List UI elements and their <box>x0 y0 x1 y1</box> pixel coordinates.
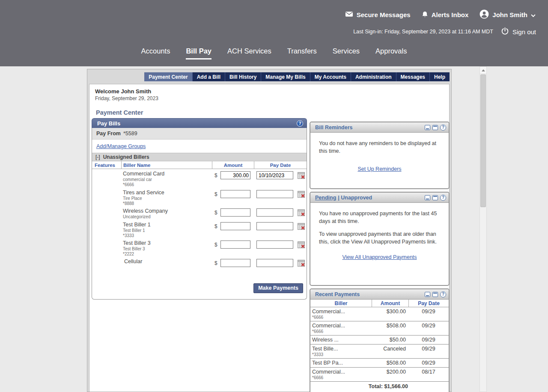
biller-account: *8888 <box>123 201 212 206</box>
biller-name: Test Biller 3 <box>123 240 212 246</box>
help-icon[interactable]: ? <box>440 291 446 297</box>
billpay-module: Payment Center Add a Bill Bill History M… <box>87 69 452 392</box>
scrollbar-thumb[interactable] <box>480 74 486 207</box>
paydate-input[interactable] <box>256 190 293 198</box>
power-icon <box>501 27 509 36</box>
page-scrollbar[interactable] <box>480 66 487 392</box>
recent-payment-row: Commercial...*6666 $200.00 08/17 <box>310 368 449 382</box>
biller-subtitle: Test Biller 3 <box>123 246 212 252</box>
nav-approvals[interactable]: Approvals <box>375 47 407 59</box>
nav-transfers[interactable]: Transfers <box>287 47 317 59</box>
recent-payments-header: Recent Payments ? <box>310 289 449 300</box>
biller-row: Cellular $ <box>92 257 307 270</box>
paydate-input[interactable] <box>256 171 293 179</box>
minimize-icon[interactable] <box>425 125 430 130</box>
last-signin-text: Last Sign-in: Friday, September 29, 2023… <box>353 29 493 35</box>
arrow-up-icon <box>482 69 485 71</box>
amount-input[interactable] <box>220 171 250 179</box>
amount-input[interactable] <box>220 259 250 267</box>
set-up-reminders-link[interactable]: Set Up Reminders <box>357 166 401 172</box>
group-label: Unassigned Billers <box>103 154 149 160</box>
biller-row: Tires and ServiceTire Place*8888 $ <box>92 188 307 206</box>
bill-reminders-title: Bill Reminders <box>315 125 425 131</box>
sign-out-button[interactable]: Sign out <box>501 27 536 36</box>
pay-bills-panel: Pay Bills ? Pay From*5589 Add/Manage Gro… <box>92 118 307 300</box>
paydate-input[interactable] <box>256 222 293 230</box>
help-icon[interactable]: ? <box>297 120 303 127</box>
biller-row: Wireless CompanyUncategorized $ <box>92 206 307 220</box>
payment-amount: Canceled <box>372 346 408 352</box>
col-biller-name: Biller Name <box>121 161 212 169</box>
pending-link[interactable]: Pending <box>315 195 336 201</box>
view-all-unapproved-link[interactable]: View All Unapproved Payments <box>342 254 417 260</box>
amount-input[interactable] <box>220 222 250 230</box>
maximize-icon[interactable] <box>432 125 438 130</box>
calendar-icon[interactable] <box>298 223 305 230</box>
biller-name: Commercial Card <box>123 171 212 177</box>
calendar-icon[interactable] <box>298 241 305 248</box>
help-icon[interactable]: ? <box>440 195 446 201</box>
pending-message-2: To view unapproved payments that are old… <box>319 230 440 246</box>
tab-add-a-bill[interactable]: Add a Bill <box>193 72 225 81</box>
nav-bill-pay[interactable]: Bill Pay <box>186 47 211 59</box>
biller-row: Test Biller 3Test Biller 3*2222 $ <box>92 238 307 257</box>
reminders-message: You do not have any reminders to be disp… <box>319 140 440 155</box>
payment-account: *3333 <box>312 352 372 357</box>
secure-messages-button[interactable]: Secure Messages <box>345 11 411 18</box>
collapse-toggle[interactable]: [-] <box>95 154 100 160</box>
tab-messages[interactable]: Messages <box>396 72 430 81</box>
currency-symbol: $ <box>214 210 217 216</box>
pending-message-1: You have no unapproved payments for the … <box>319 210 440 225</box>
minimize-icon[interactable] <box>425 195 430 200</box>
currency-symbol: $ <box>214 242 217 248</box>
paydate-input[interactable] <box>256 208 293 217</box>
biller-name: Tires and Service <box>123 190 212 196</box>
recent-table-header: Biller Amount Pay Date <box>310 300 449 307</box>
nav-ach-services[interactable]: ACH Services <box>227 47 271 59</box>
content-area: Payment Center Add a Bill Bill History M… <box>0 66 548 392</box>
top-header: Secure Messages Alerts Inbox John Smith … <box>0 0 548 66</box>
calendar-icon[interactable] <box>298 260 305 267</box>
nav-services[interactable]: Services <box>333 47 360 59</box>
nav-accounts[interactable]: Accounts <box>141 47 170 59</box>
biller-account: *3333 <box>123 233 212 238</box>
amount-input[interactable] <box>220 241 250 249</box>
tab-manage-my-bills[interactable]: Manage My Bills <box>261 72 310 81</box>
unassigned-billers-bar: [-]Unassigned Billers <box>92 153 307 161</box>
biller-name: Cellular <box>124 258 212 265</box>
payment-amount: $508.00 <box>372 360 408 366</box>
billers-table-header: Features Biller Name Amount Pay Date <box>92 161 307 169</box>
user-menu[interactable]: John Smith <box>480 9 536 20</box>
amount-input[interactable] <box>220 208 250 217</box>
tab-my-accounts[interactable]: My Accounts <box>310 72 351 81</box>
calendar-icon[interactable] <box>298 191 305 198</box>
minimize-icon[interactable] <box>425 292 430 297</box>
paydate-input[interactable] <box>256 259 293 267</box>
tab-administration[interactable]: Administration <box>351 72 396 81</box>
tab-payment-center[interactable]: Payment Center <box>144 72 192 81</box>
recent-payment-row: Wireless ... $50.00 09/29 <box>310 336 449 344</box>
recent-payments-panel: Recent Payments ? Biller Amount Pay Date <box>310 288 450 392</box>
page-title: Payment Center <box>96 109 143 116</box>
help-icon[interactable]: ? <box>440 125 446 131</box>
scroll-up-button[interactable] <box>480 67 486 74</box>
recent-payment-row: Commercial...*6666 $508.00 09/29 <box>310 321 449 336</box>
col-amount: Amount <box>212 161 254 169</box>
avatar-icon <box>480 9 489 20</box>
payment-date: 09/29 <box>408 346 449 352</box>
add-manage-groups-link[interactable]: Add/Manage Groups <box>96 143 146 149</box>
payment-biller: Wireless ... <box>312 337 372 343</box>
make-payments-button[interactable]: Make Payments <box>253 283 303 293</box>
sign-out-label: Sign out <box>512 28 536 36</box>
paydate-input[interactable] <box>256 241 293 249</box>
alerts-inbox-button[interactable]: Alerts Inbox <box>422 11 469 19</box>
maximize-icon[interactable] <box>432 292 438 297</box>
recent-payments-title: Recent Payments <box>315 291 425 297</box>
calendar-icon[interactable] <box>298 209 305 216</box>
calendar-icon[interactable] <box>298 172 305 179</box>
tab-bill-history[interactable]: Bill History <box>225 72 261 81</box>
tab-help[interactable]: Help <box>430 72 450 81</box>
maximize-icon[interactable] <box>432 195 438 200</box>
amount-input[interactable] <box>220 190 250 198</box>
currency-symbol: $ <box>214 223 217 229</box>
